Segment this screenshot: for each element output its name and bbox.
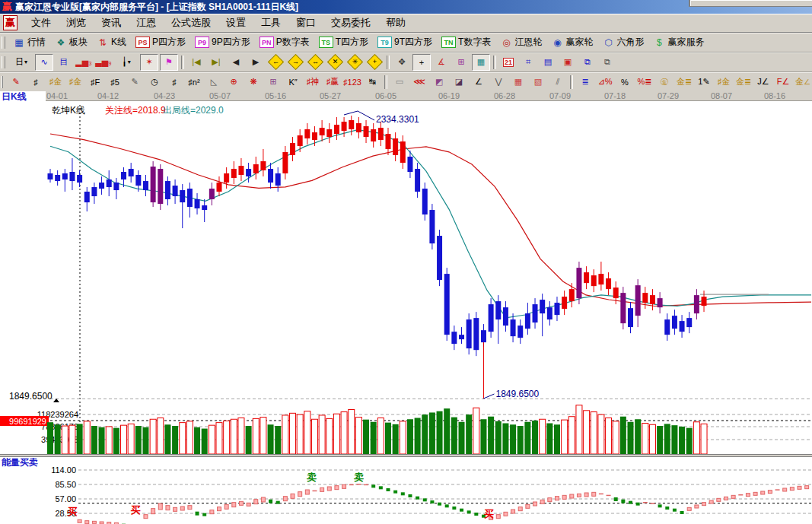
gann-fence-5-icon[interactable]: ♯5 [106,74,124,91]
menu-item-设置[interactable]: 设置 [218,14,253,31]
gann-wheel-button[interactable]: ◎江恩轮 [496,33,546,52]
gann-box-icon[interactable]: ⊞ [452,54,470,71]
k-marks-icon[interactable]: K″ [284,74,302,91]
first-bar-icon[interactable]: |◀ [187,54,205,71]
percent-lines-icon[interactable]: %≣ [635,74,654,91]
remote-sync-icon[interactable]: ⧉ [598,54,616,71]
pen-ruler-icon[interactable]: ✎ [126,74,144,91]
menu-item-帮助[interactable]: 帮助 [378,14,413,31]
sectors-button[interactable]: ❖板块 [51,33,91,52]
volume-bar-red [326,418,333,454]
pan-hand-icon[interactable]: ✥ [393,54,411,71]
fence-plain-icon[interactable]: ♯ [165,74,183,91]
parallel-lines-icon[interactable]: ⫽ [549,74,567,91]
send-picture-icon[interactable]: ⧉ [578,54,597,71]
calendar-21-icon[interactable]: 21 [499,54,517,71]
percent-angle-icon[interactable]: ⊿% [596,74,614,91]
gold-circle-icon[interactable]: ㊎ [655,74,673,91]
diamond-plus-icon[interactable]: + [365,54,384,71]
bars-3-icon[interactable]: ▂▅₃ [75,54,93,71]
box-tool-icon[interactable]: ▭ [390,74,409,91]
diamond-right-icon[interactable]: → [286,54,304,71]
fan-lines-icon[interactable]: ⋘ [410,74,428,91]
diamond-left-icon[interactable]: ← [266,54,285,71]
fence-n2-icon[interactable]: ♯n² [185,74,203,91]
one-pen-icon[interactable]: 1✎ [695,74,713,91]
notes-icon[interactable]: ▤ [539,54,557,71]
gann-fence-gold-icon[interactable]: ♯金 [46,74,65,91]
ninet-square-button[interactable]: T99T四方形 [374,33,436,52]
gold-lines2-icon[interactable]: 金≣ [734,74,753,91]
last-bar-icon[interactable]: ▶| [207,54,225,71]
menu-item-文件[interactable]: 文件 [24,14,59,31]
grid-tool-icon[interactable]: ▦ [509,74,527,91]
time-circle-icon[interactable]: ◷ [145,74,164,91]
fan-box-icon[interactable]: ◩ [430,74,448,91]
diamond-star-icon[interactable]: ✳ [345,54,364,71]
menu-item-资讯[interactable]: 资讯 [94,14,129,31]
toolbar-grip[interactable] [2,56,5,68]
gold-lines-icon[interactable]: 金≣ [675,74,693,91]
grid-arrow-icon[interactable]: ▧ [529,74,547,91]
circle-cross-icon[interactable]: ⊕ [224,74,243,91]
t-square-button[interactable]: TST四方形 [315,33,372,52]
gold-angle-icon[interactable]: 金∠ [794,74,812,91]
prev-bar-icon[interactable]: ◀ [227,54,245,71]
volume-bar-red [649,424,655,454]
f-angle-icon[interactable]: F∠ [774,74,792,91]
price-levels-icon[interactable]: ≣ [576,74,594,91]
ninep-square-button[interactable]: P99P四方形 [191,33,254,52]
crosshair-icon[interactable]: + [412,54,431,71]
diamond-h-icon[interactable]: ↔ [306,54,324,71]
menu-item-交易委托[interactable]: 交易委托 [323,14,378,31]
gann-fence-f-icon[interactable]: ♯F [86,74,104,91]
diamond-x-icon[interactable]: ✕ [326,54,344,71]
winner-wheel-button[interactable]: ◉赢家轮 [547,33,597,52]
hexagon-button[interactable]: ⬡六角形 [598,33,648,52]
calendar-cycle-icon[interactable]: ▦ [472,54,490,71]
angle-measure-icon[interactable]: ∡ [432,54,451,71]
span-arrow-icon[interactable]: ↹ [363,74,381,91]
angle-lines-icon[interactable]: ∠ [470,74,488,91]
angle-ruler-icon[interactable]: ◺ [205,74,223,91]
t-number-table-button[interactable]: TNT数字表 [438,33,495,52]
save-icon[interactable]: ▣ [559,54,577,71]
indicator-marker-green [460,509,463,512]
gann-fence-gold2-icon[interactable]: ♯金 [66,74,84,91]
market-quotes-button[interactable]: ▦行情 [9,33,49,52]
candle-type-dropdown[interactable]: ╽▾ [114,54,139,71]
menu-item-窗口[interactable]: 窗口 [288,14,323,31]
next-bar-icon[interactable]: ▶ [247,54,265,71]
p-number-table-button[interactable]: PNP数字表 [256,33,314,52]
menu-item-浏览[interactable]: 浏览 [59,14,94,31]
toolbar-grip[interactable] [2,76,3,88]
kline-button[interactable]: ⇅K线 [93,33,130,52]
web-grid-icon[interactable]: ⊞ [264,74,282,91]
gann-fence-icon[interactable]: ♯ [27,74,45,91]
chart-window-icon[interactable]: ∿ [35,54,53,71]
info-view-icon[interactable]: 目 [55,54,73,71]
gold-fence3-icon[interactable]: ♯金 [715,74,733,91]
v-lines-icon[interactable]: ⋁ [489,74,508,91]
fence-ying-icon[interactable]: ♯赢 [323,74,342,91]
calculator-icon[interactable]: ⌗ [519,54,537,71]
toolbar-grip[interactable] [2,37,5,49]
spider-web-icon[interactable]: ❋ [244,74,263,91]
fence-ruler-123-icon[interactable]: ♯123 [343,74,361,91]
bars-9-icon[interactable]: ▃▅₉ [94,54,113,71]
fan-box-dark-icon[interactable]: ◪ [450,74,468,91]
qiankun-kline-icon[interactable]: ✶ [140,54,158,71]
percent-icon[interactable]: % [616,74,634,91]
menu-item-公式选股[interactable]: 公式选股 [164,14,218,31]
period-day-dropdown[interactable]: 日▾ [9,54,33,71]
winner-service-button[interactable]: $赢家服务 [649,33,708,52]
fence-shen-icon[interactable]: ♯神 [304,74,322,91]
kline-chart-canvas[interactable]: 04-0104-1204-2305-0705-1605-2706-0506-19… [0,91,812,524]
flag-icon[interactable]: ⚑ [160,54,178,71]
j-angle-icon[interactable]: J∠ [754,74,772,91]
draw-pen-icon[interactable]: ✎ [7,74,25,91]
chart-area[interactable]: 04-0104-1204-2305-0705-1605-2706-0506-19… [0,91,812,524]
p-square-button[interactable]: PSP四方形 [132,33,189,52]
menu-item-工具[interactable]: 工具 [253,14,288,31]
menu-item-江恩[interactable]: 江恩 [129,14,164,31]
